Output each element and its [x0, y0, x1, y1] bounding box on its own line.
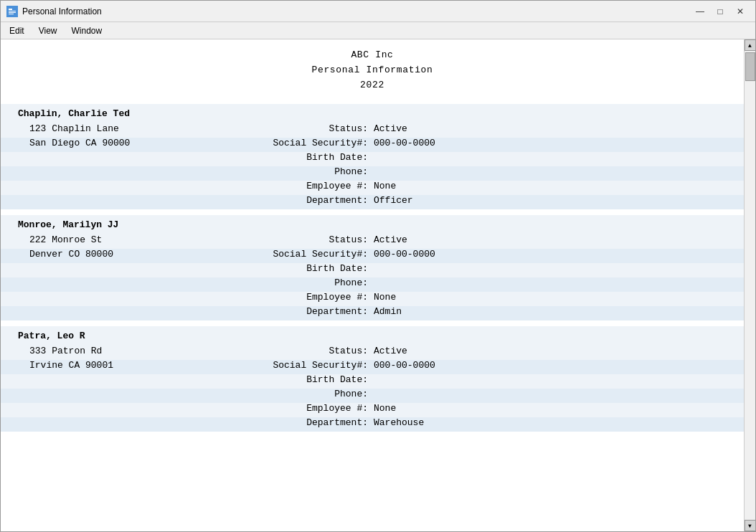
record-1-addr1: 123 Chaplin Lane	[1, 123, 245, 138]
record-2-name: Monroe, Marilyn JJ	[1, 215, 744, 234]
record-3-dept-value: Warehouse	[374, 417, 424, 432]
record-3-status-value: Active	[374, 346, 407, 360]
menu-bar: Edit View Window	[1, 22, 755, 39]
close-button[interactable]: ✕	[731, 4, 750, 19]
report-company: ABC Inc	[1, 48, 744, 63]
scroll-up-button[interactable]: ▲	[745, 39, 756, 51]
record-1-birth-col: Birth Date:	[245, 152, 744, 166]
bottom-gap	[1, 432, 744, 489]
record-3-ssn-label: Social Security#:	[245, 360, 374, 374]
report-header: ABC Inc Personal Information 2022	[1, 39, 744, 98]
record-3-status-label: Status:	[245, 346, 374, 360]
maximize-button[interactable]: □	[711, 4, 729, 19]
record-2-ssn-col: Social Security#: 000-00-0000	[245, 249, 744, 263]
record-3-phone-col: Phone:	[245, 389, 744, 403]
record-3-blank2	[1, 389, 245, 403]
record-3-status-col: Status: Active	[245, 346, 744, 360]
menu-edit[interactable]: Edit	[4, 24, 30, 37]
record-1-phone-row: Phone:	[1, 166, 744, 181]
record-2-blank3	[1, 292, 245, 306]
record-3-birth-row: Birth Date:	[1, 374, 744, 389]
app-icon	[6, 6, 18, 17]
record-1-status-label: Status:	[245, 123, 374, 138]
record-3-status-row: 333 Patron Rd Status: Active	[1, 346, 744, 360]
menu-view[interactable]: View	[33, 24, 63, 37]
record-1-name: Chaplin, Charlie Ted	[1, 104, 744, 123]
svg-rect-3	[9, 12, 16, 13]
record-2-emp-label: Employee #:	[245, 292, 374, 306]
title-bar: Personal Information — □ ✕	[1, 1, 755, 22]
record-2-phone-col: Phone:	[245, 277, 744, 292]
record-1-status-value: Active	[374, 123, 407, 138]
main-content[interactable]: ABC Inc Personal Information 2022 Chapli…	[1, 39, 744, 531]
record-2-phone-row: Phone:	[1, 277, 744, 292]
record-3-emp-value: None	[374, 403, 396, 417]
record-3-ssn-row: Irvine CA 90001 Social Security#: 000-00…	[1, 360, 744, 374]
record-3-emp-label: Employee #:	[245, 403, 374, 417]
record-1-phone-label: Phone:	[245, 166, 374, 181]
svg-rect-1	[9, 9, 12, 10]
record-2-ssn-value: 000-00-0000	[374, 249, 435, 263]
record-2-dept-value: Admin	[374, 306, 402, 320]
record-2-birth-col: Birth Date:	[245, 263, 744, 277]
window-title: Personal Information	[22, 6, 102, 16]
record-3-dept-col: Department: Warehouse	[245, 417, 744, 432]
gap-2	[1, 209, 744, 215]
record-2-status-label: Status:	[245, 234, 374, 249]
record-1-blank4	[1, 195, 245, 209]
record-3-blank3	[1, 403, 245, 417]
record-1-birth-label: Birth Date:	[245, 152, 374, 166]
record-1-ssn-row: San Diego CA 90000 Social Security#: 000…	[1, 138, 744, 152]
record-1-emp-value: None	[374, 181, 396, 195]
record-3: Patra, Leo R 333 Patron Rd Status: Activ…	[1, 326, 744, 432]
title-bar-left: Personal Information	[6, 6, 102, 17]
record-1-dept-value: Officer	[374, 195, 413, 209]
window-frame: Personal Information — □ ✕ Edit View Win…	[0, 0, 756, 532]
record-2-dept-label: Department:	[245, 306, 374, 320]
record-3-name: Patra, Leo R	[1, 326, 744, 346]
record-3-blank4	[1, 417, 245, 432]
record-3-blank1	[1, 374, 245, 389]
record-2-status-value: Active	[374, 234, 407, 249]
record-3-ssn-col: Social Security#: 000-00-0000	[245, 360, 744, 374]
record-3-ssn-value: 000-00-0000	[374, 360, 435, 374]
scrollbar: ▲ ▼	[744, 39, 755, 531]
record-2-birth-row: Birth Date:	[1, 263, 744, 277]
record-2-emp-row: Employee #: None	[1, 292, 744, 306]
gap-1	[1, 98, 744, 104]
record-1-ssn-col: Social Security#: 000-00-0000	[245, 138, 744, 152]
scrollbar-thumb[interactable]	[745, 52, 755, 81]
record-2-dept-row: Department: Admin	[1, 306, 744, 320]
report-year: 2022	[1, 78, 744, 93]
record-3-dept-label: Department:	[245, 417, 374, 432]
record-1-blank1	[1, 152, 245, 166]
record-3-emp-row: Employee #: None	[1, 403, 744, 417]
svg-rect-4	[9, 14, 14, 14]
scroll-down-button[interactable]: ▼	[745, 520, 756, 531]
record-2: Monroe, Marilyn JJ 222 Monroe St Status:…	[1, 215, 744, 320]
record-1-emp-label: Employee #:	[245, 181, 374, 195]
record-3-birth-col: Birth Date:	[245, 374, 744, 389]
record-3-phone-row: Phone:	[1, 389, 744, 403]
minimize-button[interactable]: —	[691, 4, 709, 19]
report-name: Personal Information	[1, 63, 744, 78]
record-2-emp-value: None	[374, 292, 396, 306]
record-1-emp-row: Employee #: None	[1, 181, 744, 195]
menu-window[interactable]: Window	[65, 24, 108, 37]
record-2-addr2: Denver CO 80000	[1, 249, 245, 263]
record-2-emp-col: Employee #: None	[245, 292, 744, 306]
record-1-blank3	[1, 181, 245, 195]
gap-3	[1, 320, 744, 326]
record-3-phone-label: Phone:	[245, 389, 374, 403]
record-1-phone-col: Phone:	[245, 166, 744, 181]
record-1-addr2: San Diego CA 90000	[1, 138, 245, 152]
record-1-status-row: 123 Chaplin Lane Status: Active	[1, 123, 744, 138]
record-2-status-row: 222 Monroe St Status: Active	[1, 234, 744, 249]
record-3-addr1: 333 Patron Rd	[1, 346, 245, 360]
record-2-status-col: Status: Active	[245, 234, 744, 249]
record-2-ssn-label: Social Security#:	[245, 249, 374, 263]
record-2-blank1	[1, 263, 245, 277]
record-2-ssn-row: Denver CO 80000 Social Security#: 000-00…	[1, 249, 744, 263]
record-2-blank2	[1, 277, 245, 292]
record-3-birth-label: Birth Date:	[245, 374, 374, 389]
